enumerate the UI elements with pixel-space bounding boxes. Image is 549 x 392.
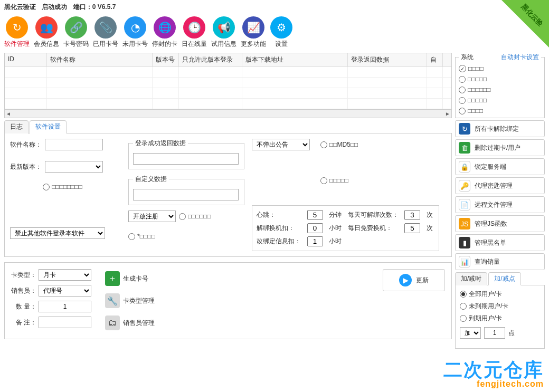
rebind-fee-label: 改绑定信息扣： bbox=[257, 237, 303, 246]
grid-hscrollbar[interactable]: ◄► bbox=[5, 109, 451, 118]
action-4[interactable]: 📄远程文件管理 bbox=[455, 196, 545, 213]
toolbar-label-1: 会员信息 bbox=[34, 40, 59, 49]
action-6[interactable]: ▮管理黑名单 bbox=[455, 234, 545, 251]
auto-ban-link[interactable]: 自动封卡设置 bbox=[501, 53, 539, 62]
toolbar-2[interactable]: 🔗 卡号密码 bbox=[63, 16, 89, 49]
tab-log[interactable]: 日志 bbox=[4, 120, 29, 133]
update-button[interactable]: ▶ 更新 bbox=[383, 269, 445, 291]
login-return-input[interactable] bbox=[133, 153, 239, 165]
toolbar-7[interactable]: 📢 试用信息 bbox=[211, 16, 236, 49]
grid-col-5[interactable]: 登录返回数据 bbox=[348, 53, 427, 66]
points-tabs: 加/减时 加/减点 bbox=[455, 272, 545, 285]
toolbar-3[interactable]: 📎 已用卡号 bbox=[93, 16, 118, 49]
toolbar-icon-4: ◔ bbox=[124, 16, 146, 39]
hb-input[interactable] bbox=[307, 210, 323, 220]
toolbar-0[interactable]: ↻ 软件管理 bbox=[4, 16, 30, 49]
grid-col-6[interactable]: 自 bbox=[427, 53, 443, 66]
box-label: □□□□□ bbox=[329, 177, 348, 184]
custom-data-input[interactable] bbox=[133, 189, 239, 200]
point-opt-0[interactable]: 全部用户/卡 bbox=[460, 290, 540, 299]
action-icon-5: JS bbox=[459, 218, 470, 230]
grid-col-1[interactable]: 软件名称 bbox=[47, 53, 153, 66]
hb-unit: 分钟 bbox=[329, 211, 344, 219]
action-0[interactable]: ↻所有卡解除绑定 bbox=[455, 120, 545, 137]
point-opt-1[interactable]: 未到期用户/卡 bbox=[460, 302, 540, 311]
md5-radio[interactable] bbox=[320, 141, 327, 148]
software-grid[interactable]: ID软件名称版本号只允许此版本登录版本下载地址登录返回数据自 ◄► bbox=[4, 53, 452, 118]
card-type-manage-button[interactable]: 🔧 卡类型管理 bbox=[102, 291, 158, 310]
box-icon: 🗂 bbox=[105, 315, 120, 330]
soft-version-select[interactable] bbox=[45, 161, 103, 173]
force-version-radio[interactable] bbox=[43, 184, 50, 190]
seller-manage-button[interactable]: 🗂 销售员管理 bbox=[102, 313, 158, 332]
unbind-count-label: 每天可解绑次数： bbox=[348, 211, 401, 219]
grid-col-3[interactable]: 只允许此版本登录 bbox=[179, 53, 242, 66]
action-7[interactable]: 📊查询销量 bbox=[455, 253, 545, 270]
point-op-select[interactable]: 加 bbox=[460, 327, 481, 339]
sys-opt-1[interactable]: □□□□□ bbox=[459, 75, 541, 83]
action-icon-0: ↻ bbox=[459, 123, 470, 135]
sys-opt-0[interactable]: ✓□□□□ bbox=[459, 65, 541, 72]
unbind-fee-label: 解绑换机扣： bbox=[257, 224, 303, 233]
unbind-fee-input[interactable] bbox=[307, 223, 323, 233]
free-change-input[interactable] bbox=[404, 223, 420, 233]
soft-version-label: 最新版本： bbox=[10, 162, 42, 171]
action-list: ↻所有卡解除绑定🗑删除过期卡/用户🔒锁定服务端🔑代理密匙管理📄远程文件管理JS管… bbox=[455, 120, 545, 270]
card-type-select[interactable]: 月卡 bbox=[39, 269, 91, 281]
action-2[interactable]: 🔒锁定服务端 bbox=[455, 158, 545, 175]
radio-icon bbox=[460, 303, 467, 310]
refresh-icon: ▶ bbox=[399, 274, 412, 286]
watermark-cn: 二次元仓库 bbox=[443, 360, 544, 379]
grid-col-4[interactable]: 版本下载地址 bbox=[242, 53, 348, 66]
table-row[interactable] bbox=[5, 99, 451, 109]
point-opt-2[interactable]: 到期用户/卡 bbox=[460, 314, 540, 323]
grid-body[interactable] bbox=[5, 67, 451, 109]
tab-add-points[interactable]: 加/减点 bbox=[488, 272, 520, 285]
toolbar-9[interactable]: ⚙ 设置 bbox=[270, 16, 292, 49]
open-reg-select[interactable]: 开放注册 bbox=[128, 211, 176, 222]
wrench-icon: 🔧 bbox=[105, 293, 120, 308]
table-row[interactable] bbox=[5, 78, 451, 88]
force-version-label: □□□□□□□□ bbox=[52, 183, 82, 190]
qty-input[interactable] bbox=[39, 301, 91, 312]
action-3[interactable]: 🔑代理密匙管理 bbox=[455, 177, 545, 194]
radio-icon bbox=[460, 291, 467, 298]
toolbar-5[interactable]: 🌐 停封的卡 bbox=[152, 16, 177, 49]
sys-opt-2[interactable]: □□□□□□ bbox=[459, 86, 541, 93]
tab-add-time[interactable]: 加/减时 bbox=[455, 272, 487, 285]
tab-soft-settings[interactable]: 软件设置 bbox=[30, 120, 67, 133]
sys-opt-3[interactable]: □□□□□ bbox=[459, 97, 541, 104]
box-radio[interactable] bbox=[320, 177, 327, 184]
star-opt-radio[interactable] bbox=[128, 233, 135, 240]
grid-col-2[interactable]: 版本号 bbox=[153, 53, 179, 66]
notice-select[interactable]: 不弹出公告 bbox=[252, 139, 310, 150]
toolbar-label-2: 卡号密码 bbox=[63, 40, 89, 49]
table-row[interactable] bbox=[5, 88, 451, 99]
toolbar-1[interactable]: 👥 会员信息 bbox=[34, 16, 59, 49]
seller-select[interactable]: 代理号 bbox=[39, 285, 91, 297]
toolbar-6[interactable]: 🕒 日在线量 bbox=[182, 16, 207, 49]
app-port: 端口：0 V6.5.7 bbox=[73, 3, 116, 12]
block-other-select[interactable]: 禁止其他软件登录本软件 bbox=[10, 227, 105, 239]
unbind-count-input[interactable] bbox=[404, 210, 420, 220]
action-1[interactable]: 🗑删除过期卡/用户 bbox=[455, 139, 545, 156]
point-op-value[interactable] bbox=[484, 327, 505, 339]
tab-content-settings: 软件名称： 最新版本： □□□□□□□□ 禁 bbox=[4, 133, 452, 257]
toolbar-4[interactable]: ◔ 未用卡号 bbox=[122, 16, 148, 49]
toolbar-icon-7: 📢 bbox=[213, 16, 235, 39]
grid-header: ID软件名称版本号只允许此版本登录版本下载地址登录返回数据自 bbox=[5, 53, 451, 67]
points-tab-content: 全部用户/卡未到期用户/卡到期用户/卡 加 点 bbox=[455, 285, 545, 349]
toolbar-icon-3: 📎 bbox=[94, 16, 117, 39]
soft-name-input[interactable] bbox=[45, 139, 103, 150]
title-bar: 黑化云验证 启动成功 端口：0 V6.5.7 — ☐ ✕ bbox=[0, 0, 549, 14]
sys-opt-4[interactable]: □□□□ bbox=[459, 107, 541, 114]
toolbar-8[interactable]: 📈 更多功能 bbox=[241, 16, 266, 49]
generate-card-button[interactable]: ＋ 生成卡号 bbox=[102, 269, 158, 288]
table-row[interactable] bbox=[5, 67, 451, 78]
remark-input[interactable] bbox=[39, 317, 91, 328]
open-reg-opt-radio[interactable] bbox=[179, 213, 186, 220]
grid-col-0[interactable]: ID bbox=[5, 53, 47, 66]
rebind-fee-input[interactable] bbox=[307, 236, 323, 246]
action-5[interactable]: JS管理JS函数 bbox=[455, 215, 545, 232]
toolbar-label-0: 软件管理 bbox=[4, 40, 30, 49]
